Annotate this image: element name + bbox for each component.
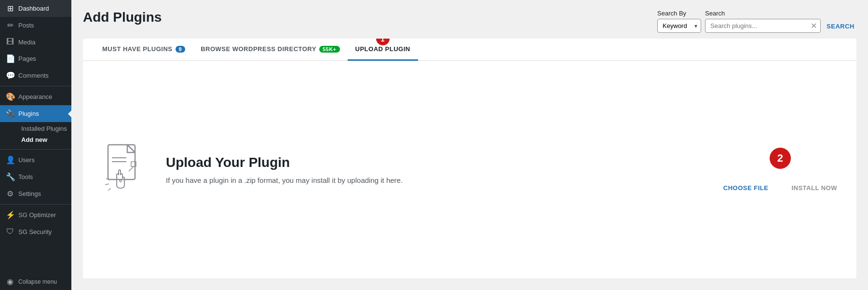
svg-line-5 [105, 184, 109, 185]
sidebar-item-label: Plugins [18, 110, 39, 117]
search-label: Search [705, 10, 821, 17]
upload-panel: Upload Your Plugin If you have a plugin … [83, 61, 856, 278]
upload-title: Upload Your Plugin [166, 155, 708, 170]
posts-icon: ✏ [6, 21, 14, 30]
users-icon: 👤 [6, 155, 14, 165]
sidebar-item-label: Posts [18, 22, 34, 29]
sidebar-item-users[interactable]: 👤 Users [0, 152, 71, 168]
sidebar-item-label: Users [18, 156, 35, 164]
search-area: Search By Keyword Author Tag Search ✕ SE… [657, 10, 856, 33]
sidebar-divider-3 [0, 204, 71, 205]
sidebar-item-tools[interactable]: 🔧 Tools [0, 168, 71, 185]
appearance-icon: 🎨 [6, 92, 14, 101]
sidebar-submenu-installed-plugins[interactable]: Installed Plugins [17, 123, 71, 134]
search-by-select-wrapper: Keyword Author Tag [657, 19, 701, 33]
search-input-wrapper: ✕ [705, 19, 821, 33]
svg-line-6 [108, 188, 111, 191]
comments-icon: 💬 [6, 71, 14, 80]
media-icon: 🎞 [6, 38, 14, 46]
sidebar-item-settings[interactable]: ⚙ Settings [0, 185, 71, 202]
sidebar: ⊞ Dashboard ✏ Posts 🎞 Media 📄 Pages 💬 Co… [0, 0, 71, 290]
search-clear-button[interactable]: ✕ [811, 22, 817, 30]
sidebar-submenu-plugins: Installed Plugins Add new [0, 122, 71, 147]
upload-plugin-icon [102, 142, 150, 197]
sidebar-item-plugins[interactable]: 🔌 Plugins [0, 105, 71, 122]
sidebar-item-label: Comments [18, 72, 49, 79]
sidebar-item-dashboard[interactable]: ⊞ Dashboard [0, 0, 71, 17]
sidebar-item-pages[interactable]: 📄 Pages [0, 50, 71, 67]
pages-icon: 📄 [6, 54, 14, 63]
tab-browse[interactable]: BROWSE WORDPRESS DIRECTORY 55K+ [193, 39, 347, 61]
tab-browse-label: BROWSE WORDPRESS DIRECTORY [201, 45, 316, 53]
install-now-button[interactable]: INSTALL NOW [791, 184, 837, 192]
sidebar-collapse[interactable]: ◉ Collapse menu [0, 273, 71, 290]
action-buttons: CHOOSE FILE INSTALL NOW [723, 184, 837, 192]
main-content: Add Plugins Search By Keyword Author Tag… [71, 0, 868, 290]
tab-must-have-badge: 9 [176, 46, 186, 53]
sidebar-submenu-add-new[interactable]: Add new [17, 134, 71, 145]
svg-point-3 [120, 180, 122, 182]
dashboard-icon: ⊞ [6, 4, 14, 13]
search-by-label: Search By [657, 10, 701, 17]
tab-must-have-label: MUST HAVE PLUGINS [102, 45, 173, 53]
sidebar-divider [0, 86, 71, 86]
sidebar-divider-2 [0, 149, 71, 150]
sidebar-item-label: Pages [18, 55, 36, 62]
sidebar-item-comments[interactable]: 💬 Comments [0, 67, 71, 84]
search-group: Search ✕ [705, 10, 821, 33]
search-by-group: Search By Keyword Author Tag [657, 10, 701, 33]
collapse-label: Collapse menu [18, 278, 57, 285]
sidebar-item-appearance[interactable]: 🎨 Appearance [0, 88, 71, 105]
sidebar-item-label: SG Optimizer [18, 211, 56, 219]
search-input[interactable] [705, 19, 821, 33]
tab-must-have[interactable]: MUST HAVE PLUGINS 9 [95, 39, 193, 61]
sidebar-item-label: Appearance [18, 93, 52, 100]
upload-description: If you have a plugin in a .zip format, y… [166, 176, 708, 184]
search-by-select[interactable]: Keyword Author Tag [657, 19, 701, 33]
sidebar-item-label: Settings [18, 190, 41, 197]
content-area: MUST HAVE PLUGINS 9 BROWSE WORDPRESS DIR… [83, 39, 856, 278]
tabs: MUST HAVE PLUGINS 9 BROWSE WORDPRESS DIR… [83, 39, 856, 61]
search-button[interactable]: SEARCH [825, 20, 856, 33]
sidebar-active-indicator [68, 110, 71, 118]
sg-optimizer-icon: ⚡ [6, 210, 14, 220]
sidebar-item-posts[interactable]: ✏ Posts [0, 17, 71, 34]
upload-text-area: Upload Your Plugin If you have a plugin … [166, 155, 708, 184]
settings-icon: ⚙ [6, 189, 14, 198]
step2-badge: 2 [770, 148, 791, 169]
sidebar-item-label: Media [18, 39, 35, 46]
tab-upload-label: UPLOAD PLUGIN [355, 45, 410, 53]
upload-actions: 2 CHOOSE FILE INSTALL NOW [723, 148, 837, 192]
plugins-icon: 🔌 [6, 109, 14, 118]
sidebar-bottom: ◉ Collapse menu [0, 273, 71, 290]
sidebar-item-label: Tools [18, 173, 33, 180]
sidebar-item-sg-security[interactable]: 🛡 SG Security [0, 223, 71, 240]
sg-security-icon: 🛡 [6, 227, 14, 236]
collapse-icon: ◉ [6, 277, 14, 286]
tab-upload[interactable]: 1 UPLOAD PLUGIN [348, 39, 418, 61]
sidebar-item-label: Dashboard [18, 5, 49, 12]
tab-step-badge: 1 [376, 39, 390, 45]
sidebar-item-label: SG Security [18, 228, 52, 235]
page-title: Add Plugins [83, 10, 162, 25]
sidebar-item-media[interactable]: 🎞 Media [0, 34, 71, 50]
tab-browse-badge: 55K+ [319, 46, 340, 53]
tools-icon: 🔧 [6, 172, 14, 181]
choose-file-button[interactable]: CHOOSE FILE [723, 184, 769, 192]
page-header: Add Plugins Search By Keyword Author Tag… [71, 0, 868, 39]
sidebar-item-sg-optimizer[interactable]: ⚡ SG Optimizer [0, 207, 71, 223]
